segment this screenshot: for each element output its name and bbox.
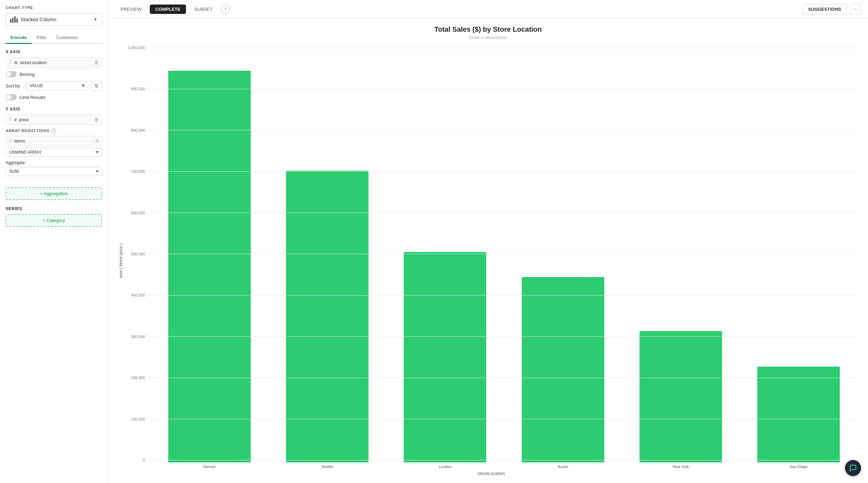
aggregate-dropdown[interactable]: SUM AVG COUNT MIN MAX bbox=[6, 167, 102, 176]
bar-group[interactable] bbox=[622, 46, 739, 462]
more-options-button[interactable]: ··· bbox=[850, 3, 861, 15]
tab-customize[interactable]: Customize bbox=[52, 32, 83, 44]
limit-results-label: Limit Results bbox=[20, 95, 45, 100]
bar[interactable] bbox=[168, 71, 251, 462]
x-axis: DenverSeattleLondonAustinNew YorkSan Die… bbox=[125, 465, 858, 469]
sort-order-button[interactable]: ⇅ bbox=[91, 81, 102, 91]
y-axis-title: sum ( items.price ) bbox=[118, 244, 123, 278]
drag-handle-icon[interactable]: ⠿ bbox=[9, 60, 12, 65]
binning-label: Binning bbox=[20, 72, 34, 77]
add-category-button[interactable]: + Category bbox=[6, 214, 102, 227]
sort-by-row: Sort by VALUE LABEL ⇅ bbox=[6, 81, 102, 91]
bar[interactable] bbox=[522, 277, 604, 462]
aggregate-label: Aggregate bbox=[6, 160, 102, 165]
tab-filter[interactable]: Filter bbox=[32, 32, 52, 44]
info-button[interactable]: i bbox=[221, 5, 230, 14]
x-axis-field-row: ⠿ A storeLocation 🗑 bbox=[6, 57, 102, 68]
subset-tab[interactable]: SUBSET bbox=[189, 5, 218, 14]
chart-type-name: Stacked Column bbox=[21, 17, 56, 22]
bar[interactable] bbox=[404, 252, 486, 462]
x-axis-label-item: London bbox=[386, 465, 504, 469]
chart-inner: 1,000,000900,000800,000700,000600,000500… bbox=[125, 46, 858, 476]
limit-results-toggle[interactable] bbox=[6, 94, 17, 100]
complete-tab[interactable]: COMPLETE bbox=[150, 5, 186, 14]
items-row: ⠿ items ⊞ bbox=[6, 136, 102, 146]
bar-group[interactable] bbox=[504, 46, 622, 462]
chart-type-left: Stacked Column bbox=[10, 16, 56, 23]
series-label: Series bbox=[6, 206, 102, 211]
sort-by-label: Sort by bbox=[6, 83, 23, 89]
limit-results-toggle-row: Limit Results bbox=[6, 94, 102, 100]
x-axis-label-item: Austin bbox=[504, 465, 622, 469]
y-axis-field-name: price bbox=[19, 117, 92, 122]
bar[interactable] bbox=[757, 367, 840, 462]
sort-by-dropdown[interactable]: VALUE LABEL bbox=[26, 81, 88, 90]
numeric-type-icon: # bbox=[14, 117, 17, 122]
x-axis-title: storeLocation bbox=[125, 471, 858, 476]
bar-group[interactable] bbox=[268, 46, 386, 462]
bar-group[interactable] bbox=[150, 46, 268, 462]
bar[interactable] bbox=[640, 331, 722, 462]
x-axis-label: X Axis bbox=[6, 49, 102, 54]
x-axis-section: X Axis ⠿ A storeLocation 🗑 Binning Sort … bbox=[6, 49, 102, 100]
add-aggregation-button[interactable]: + Aggregation bbox=[6, 187, 102, 200]
chevron-down-icon: ▼ bbox=[93, 17, 98, 22]
stacked-column-icon bbox=[10, 16, 18, 23]
x-axis-label-item: San Diego bbox=[740, 465, 858, 469]
left-panel: CHART TYPE Stacked Column ▼ Encode Filte… bbox=[0, 0, 108, 483]
y-axis-section: Y Axis ⠿ # price 🗑 ARRAY REDUCTIONS i ⠿ … bbox=[6, 107, 102, 176]
items-drag-icon[interactable]: ⠿ bbox=[9, 138, 12, 144]
items-collapse-icon[interactable]: ⊞ bbox=[95, 138, 99, 143]
bar[interactable] bbox=[286, 171, 369, 462]
array-reductions-info-icon[interactable]: i bbox=[51, 128, 56, 133]
suggestions-button[interactable]: SUGGESTIONS bbox=[802, 4, 847, 14]
y-axis-field-delete-icon[interactable]: 🗑 bbox=[94, 117, 99, 122]
bar-group[interactable] bbox=[386, 46, 504, 462]
x-axis-field-delete-icon[interactable]: 🗑 bbox=[94, 60, 99, 65]
items-field-name: items bbox=[14, 138, 93, 144]
chart-title: Total Sales ($) by Store Location bbox=[118, 25, 858, 33]
chart-type-dropdown[interactable]: Stacked Column ▼ bbox=[6, 13, 102, 26]
chart-type-label: CHART TYPE bbox=[6, 6, 102, 10]
array-reductions-label: ARRAY REDUCTIONS i bbox=[6, 128, 102, 133]
x-axis-label-item: Seattle bbox=[268, 465, 386, 469]
preview-tab[interactable]: PREVIEW bbox=[115, 5, 147, 14]
chart-description[interactable]: Enter a description bbox=[118, 35, 858, 40]
chart-container: sum ( items.price ) 1,000,000900,000800,… bbox=[118, 46, 858, 476]
x-axis-label-item: Denver bbox=[150, 465, 268, 469]
bars-area bbox=[125, 46, 858, 462]
chart-plot: 1,000,000900,000800,000700,000600,000500… bbox=[125, 46, 858, 462]
y-axis-label: Y Axis bbox=[6, 107, 102, 112]
chat-button[interactable] bbox=[845, 460, 861, 476]
x-axis-label-item: New York bbox=[622, 465, 739, 469]
top-bar: PREVIEW COMPLETE SUBSET i SUGGESTIONS ··… bbox=[108, 0, 868, 18]
bar-group[interactable] bbox=[740, 46, 858, 462]
y-axis-field-row: ⠿ # price 🗑 bbox=[6, 114, 102, 125]
right-panel: PREVIEW COMPLETE SUBSET i SUGGESTIONS ··… bbox=[108, 0, 868, 483]
chart-area: Total Sales ($) by Store Location Enter … bbox=[108, 18, 868, 483]
x-axis-field-name: storeLocation bbox=[20, 60, 92, 65]
unwind-array-dropdown[interactable]: UNWIND ARRAY SUM AVG COUNT bbox=[6, 148, 102, 157]
tab-encode[interactable]: Encode bbox=[6, 32, 32, 44]
binning-toggle[interactable] bbox=[6, 71, 17, 77]
binning-toggle-row: Binning bbox=[6, 71, 102, 77]
text-type-icon: A bbox=[14, 60, 17, 65]
encode-tabs: Encode Filter Customize bbox=[6, 32, 102, 44]
y-drag-handle-icon[interactable]: ⠿ bbox=[9, 117, 12, 122]
